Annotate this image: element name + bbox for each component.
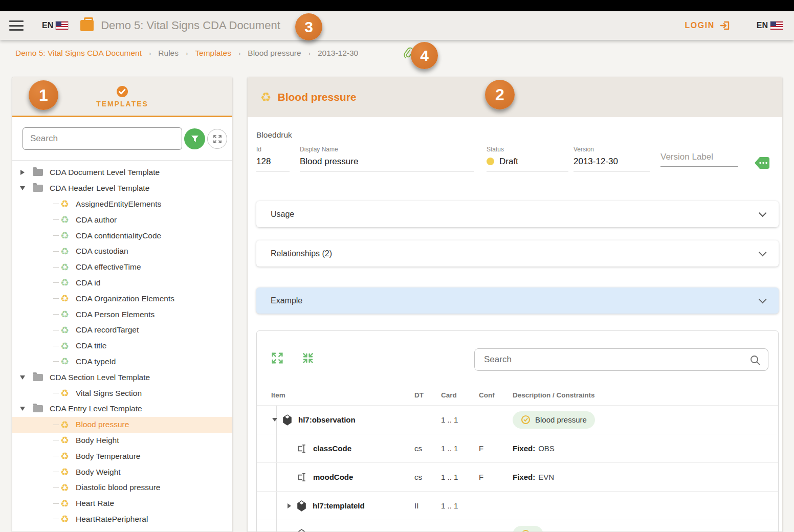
- expand-all-button[interactable]: [271, 351, 284, 365]
- recycle-icon: ♻: [60, 309, 69, 319]
- tree-connector: [53, 314, 59, 315]
- expander-icon[interactable]: [271, 418, 278, 422]
- template-detail-panel: ♻ Blood pressure Bloeddruk Id 128 Displa…: [247, 77, 783, 532]
- col-dt: DT: [414, 391, 441, 399]
- language-switch-left[interactable]: EN: [42, 21, 68, 30]
- expander-icon[interactable]: [19, 375, 26, 380]
- table-row[interactable]: classCodecs1 .. 1FFixed:OBS: [257, 434, 778, 462]
- tree-item[interactable]: ♻Heart Rate: [12, 496, 232, 512]
- callout-1: 1: [29, 80, 58, 110]
- recycle-icon: ♻: [60, 341, 69, 351]
- tree-item[interactable]: ♻Body Weight: [12, 464, 232, 480]
- tree-connector: [53, 235, 59, 236]
- tree-item-label: CDA confidentialityCode: [76, 231, 161, 240]
- display-name-input[interactable]: [300, 157, 474, 171]
- expand-panel-button[interactable]: [207, 129, 227, 149]
- expander-icon[interactable]: [285, 503, 293, 508]
- tree-item[interactable]: ♻Body Height: [12, 433, 232, 449]
- funnel-icon: [190, 135, 200, 144]
- tree-item[interactable]: ♻Vital Signs Section: [12, 385, 232, 401]
- card-value: 1 .. 1: [441, 444, 479, 453]
- tree-item[interactable]: CDA Section Level Template: [12, 369, 232, 385]
- template-subtitle: Bloeddruk: [256, 130, 782, 140]
- tree-item-label: Body Weight: [76, 468, 121, 477]
- login-label: LOGIN: [685, 21, 715, 30]
- version-label-tag-button[interactable]: [754, 156, 770, 170]
- filter-button[interactable]: [184, 128, 205, 149]
- accordion-relationships[interactable]: Relationships (2): [256, 240, 779, 267]
- login-button[interactable]: LOGIN: [685, 20, 731, 31]
- dt-value: cs: [414, 444, 441, 453]
- tree-item-label: CDA author: [76, 215, 117, 225]
- breadcrumb-item[interactable]: Demo 5: Vital Signs CDA Document: [15, 49, 142, 58]
- version-label-field: [660, 152, 738, 167]
- item-name: classCode: [313, 444, 351, 453]
- element-icon: [282, 414, 292, 426]
- tree-connector: [53, 361, 59, 362]
- sidebar-search-row: [12, 117, 232, 161]
- version-value: 2013-12-30: [574, 157, 650, 171]
- breadcrumb: Demo 5: Vital Signs CDA Document›Rules›T…: [15, 46, 358, 60]
- expander-icon[interactable]: [19, 407, 26, 411]
- item-name: hl7:templateId: [313, 501, 365, 510]
- tree-item[interactable]: ♻CDA recordTarget: [12, 322, 232, 338]
- tree-item[interactable]: ♻Diastolic blood pressure: [12, 480, 232, 496]
- recycle-icon: ♻: [60, 231, 69, 240]
- card-value: 1 .. 1: [441, 415, 479, 424]
- template-chip[interactable]: [513, 526, 543, 532]
- us-flag-icon: [770, 21, 783, 30]
- tree-item[interactable]: ♻Body Temperature: [12, 448, 232, 464]
- table-row[interactable]: [257, 520, 778, 532]
- tree-item[interactable]: ♻AssignedEntityElements: [12, 196, 232, 212]
- id-label: Id: [256, 146, 290, 153]
- tree-item[interactable]: ♻CDA custodian: [12, 243, 232, 259]
- table-row[interactable]: hl7:observation1 .. 1 Blood pressure: [257, 405, 778, 434]
- conf-value: F: [479, 444, 513, 453]
- id-value: 128: [256, 157, 290, 171]
- expander-icon[interactable]: [19, 170, 26, 175]
- tree-item[interactable]: ♻CDA typeId: [12, 354, 232, 370]
- attribute-icon: [297, 444, 307, 454]
- tree-item[interactable]: ♻CDA title: [12, 338, 232, 354]
- table-search-input[interactable]: [474, 348, 768, 371]
- display-name-field: Display Name: [300, 146, 474, 171]
- tree-item[interactable]: CDA Entry Level Template: [12, 401, 232, 417]
- language-label: EN: [757, 21, 768, 30]
- tree-item[interactable]: CDA Header Level Template: [12, 181, 232, 196]
- breadcrumb-item[interactable]: Templates: [195, 49, 231, 58]
- tree-item[interactable]: ♻CDA author: [12, 212, 232, 228]
- tree-item[interactable]: ♻CDA Organization Elements: [12, 291, 232, 306]
- tree-item[interactable]: ♻CDA id: [12, 275, 232, 291]
- page-title: Demo 5: Vital Signs CDA Document: [101, 19, 280, 32]
- recycle-icon: ♻: [60, 215, 69, 225]
- tree-item[interactable]: CDA Document Level Template: [12, 165, 232, 181]
- template-title: Blood pressure: [278, 91, 357, 103]
- tree-item[interactable]: ♻HeartRatePeripheral: [12, 512, 232, 527]
- table-row[interactable]: moodCodecs1 .. 1FFixed:EVN: [257, 462, 778, 491]
- tree-item[interactable]: ♻Blood pressure: [12, 417, 232, 433]
- language-switch-right[interactable]: EN: [757, 21, 783, 30]
- table-row[interactable]: hl7:templateIdII1 .. 1: [257, 491, 778, 520]
- recycle-icon: ♻: [60, 483, 69, 493]
- breadcrumb-separator: ›: [238, 50, 240, 57]
- tree-item[interactable]: ♻CDA effectiveTime: [12, 259, 232, 275]
- version-label-input[interactable]: [660, 152, 738, 167]
- fixed-label: Fixed:: [513, 473, 535, 481]
- recycle-icon: ♻: [60, 278, 69, 287]
- version-field: Version 2013-12-30: [574, 146, 650, 171]
- search-input[interactable]: [23, 127, 182, 150]
- expand-icon: [213, 135, 222, 144]
- expander-icon[interactable]: [19, 186, 26, 190]
- accordion-usage[interactable]: Usage: [256, 201, 779, 227]
- accordion-example[interactable]: Example: [256, 287, 779, 314]
- tree-item-label: CDA typeId: [76, 357, 116, 366]
- menu-icon[interactable]: [9, 20, 24, 31]
- tree-item[interactable]: ♻CDA confidentialityCode: [12, 228, 232, 243]
- collapse-all-button[interactable]: [302, 351, 315, 365]
- tree-item-label: CDA Document Level Template: [50, 168, 160, 177]
- tree-item[interactable]: ♻CDA Person Elements: [12, 306, 232, 322]
- tree-item-label: CDA title: [76, 341, 106, 350]
- template-chip[interactable]: Blood pressure: [513, 411, 595, 429]
- tree-connector: [53, 267, 59, 268]
- status-field: Status Draft: [487, 146, 568, 171]
